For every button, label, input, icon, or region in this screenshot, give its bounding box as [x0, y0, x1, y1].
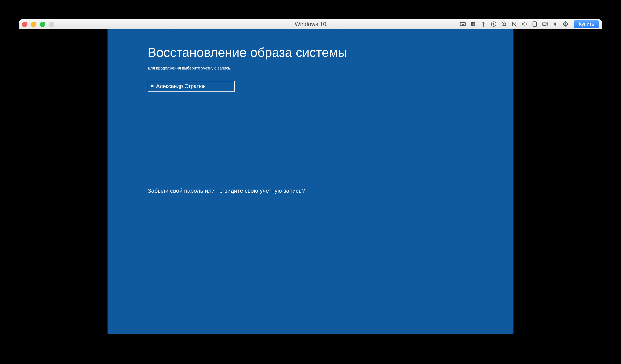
gear-icon[interactable]	[562, 21, 569, 27]
keyboard-icon[interactable]	[460, 21, 466, 27]
cpu-icon[interactable]	[470, 21, 476, 27]
minimize-window-button[interactable]	[31, 22, 36, 27]
titlebar: Windows 10	[19, 19, 602, 29]
sound-icon[interactable]	[521, 21, 528, 27]
svg-line-19	[505, 25, 506, 27]
account-item[interactable]: Александр Стратюк	[148, 81, 235, 92]
svg-rect-23	[533, 22, 536, 27]
vm-display: Восстановление образа системы Для продол…	[19, 29, 602, 345]
svg-point-12	[483, 26, 484, 27]
svg-point-16	[491, 22, 496, 27]
flag-off-icon[interactable]	[511, 21, 517, 27]
forgot-password-link[interactable]: Забыли свой пароль или не видите свою уч…	[148, 187, 473, 194]
camera-icon[interactable]	[542, 21, 548, 27]
account-label: Александр Стратюк	[156, 83, 206, 89]
tablet-icon[interactable]	[532, 21, 538, 27]
window-controls	[22, 22, 54, 27]
svg-rect-25	[543, 23, 546, 26]
recovery-title: Восстановление образа системы	[148, 45, 473, 60]
account-bullet-icon	[151, 85, 154, 87]
svg-rect-0	[460, 22, 466, 26]
magnify-icon[interactable]	[501, 21, 507, 27]
svg-point-17	[493, 24, 494, 25]
recovery-subtitle: Для продолжения выберите учетную запись.	[148, 66, 473, 71]
vm-window: Windows 10	[19, 19, 602, 345]
svg-point-26	[565, 23, 566, 25]
usb-icon[interactable]	[480, 21, 486, 27]
maximize-window-button[interactable]	[40, 22, 45, 27]
recovery-screen: Восстановление образа системы Для продол…	[107, 29, 514, 334]
back-arrow-icon[interactable]	[552, 21, 558, 27]
cd-icon[interactable]	[490, 21, 497, 27]
svg-rect-6	[472, 22, 475, 26]
disabled-window-dot	[49, 22, 54, 27]
vm-toolbar: Купить	[460, 20, 599, 28]
buy-button[interactable]: Купить	[574, 20, 599, 28]
window-title: Windows 10	[295, 21, 326, 28]
close-window-button[interactable]	[22, 22, 27, 27]
svg-rect-7	[472, 23, 474, 25]
